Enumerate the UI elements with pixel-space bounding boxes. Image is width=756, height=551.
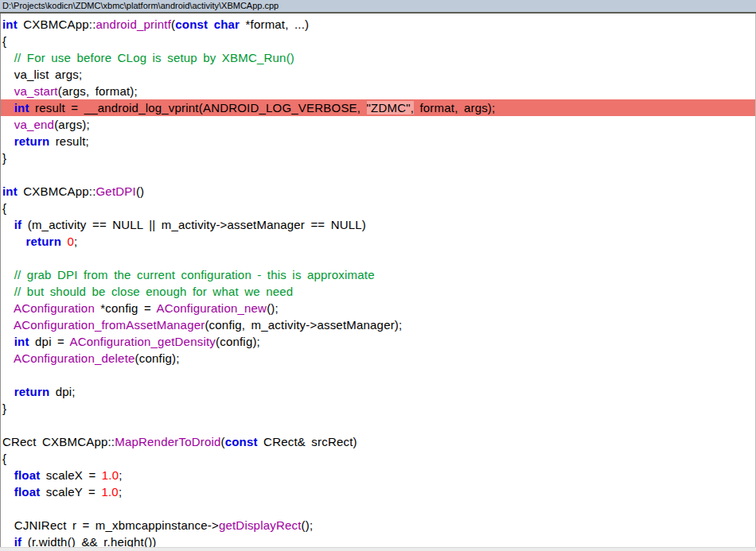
code-token: AConfiguration_new — [156, 301, 267, 315]
code-line[interactable]: // but should be close enough for what w… — [1, 283, 755, 300]
code-editor[interactable]: int CXBMCApp::android_printf(const char … — [0, 14, 756, 549]
horizontal-scrollbar-track[interactable] — [0, 547, 756, 551]
code-line[interactable]: CJNIRect r = m_xbmcappinstance->getDispl… — [1, 517, 755, 534]
code-line[interactable]: va_list args; — [1, 66, 755, 83]
code-line[interactable]: if (m_activity == NULL || m_activity->as… — [1, 216, 755, 233]
code-token: getDisplayRect — [219, 518, 302, 532]
code-token: int — [2, 184, 18, 198]
code-line[interactable] — [1, 367, 755, 383]
code-token: int — [14, 101, 29, 114]
code-token — [2, 385, 14, 398]
code-token: CXBMCApp:: — [18, 184, 96, 198]
code-token: CRect CXBMCApp:: — [2, 435, 115, 448]
code-token — [2, 318, 14, 332]
code-token: float — [14, 485, 41, 499]
code-token — [2, 235, 25, 248]
code-line[interactable]: } — [1, 149, 755, 166]
code-token: // but should be close enough for what w… — [2, 285, 293, 298]
code-line[interactable]: CRect CXBMCApp::MapRenderToDroid(const C… — [1, 433, 755, 450]
search-match-text: "ZDMC", — [367, 101, 415, 114]
code-line[interactable]: va_start(args, format); — [1, 83, 755, 99]
code-token — [2, 84, 14, 98]
code-line[interactable]: int CXBMCApp::android_printf(const char … — [1, 16, 755, 33]
code-token: *config = — [95, 301, 157, 315]
code-token: CXBMCApp:: — [18, 17, 96, 31]
code-line[interactable] — [1, 417, 755, 433]
code-line[interactable]: return 0; — [1, 233, 755, 250]
file-path: D:\Projects\kodicn\ZDMC\xbmc\platform\an… — [2, 1, 279, 10]
code-token — [2, 301, 14, 315]
code-token: { — [2, 201, 6, 215]
code-token: { — [2, 452, 6, 465]
code-line[interactable]: AConfiguration_delete(config); — [1, 350, 755, 367]
code-token: CRect& srcRect) — [258, 435, 357, 448]
code-line[interactable]: va_end(args); — [1, 116, 755, 133]
code-token — [2, 118, 14, 131]
code-token: (); — [302, 518, 314, 532]
code-token: result = __android_log_vprint(ANDROID_LO… — [29, 101, 367, 114]
code-token: GetDPI — [96, 184, 136, 198]
code-line[interactable]: { — [1, 200, 755, 216]
code-line[interactable]: { — [1, 33, 755, 49]
highlighted-code-line[interactable]: int result = __android_log_vprint(ANDROI… — [1, 99, 755, 116]
editor-window: D:\Projects\kodicn\ZDMC\xbmc\platform\an… — [0, 0, 756, 551]
code-token: (); — [267, 301, 279, 315]
code-token: va_start — [14, 84, 58, 98]
code-token: CJNIRect r = m_xbmcappinstance-> — [2, 518, 219, 532]
code-token: int — [2, 17, 18, 31]
code-token: scaleX = — [40, 468, 101, 482]
code-token: float — [14, 468, 41, 482]
code-line[interactable]: // grab DPI from the current configurati… — [1, 266, 755, 283]
code-token: const — [175, 17, 208, 31]
code-token: int — [14, 335, 29, 348]
code-token: (args); — [54, 118, 90, 131]
code-line[interactable]: } — [1, 400, 755, 417]
code-token: *format, ...) — [240, 17, 309, 31]
code-token: 0 — [67, 235, 74, 248]
code-line[interactable] — [1, 250, 755, 266]
code-line[interactable]: AConfiguration_fromAssetManager(config, … — [1, 316, 755, 333]
code-line[interactable]: return dpi; — [1, 383, 755, 400]
code-token — [2, 485, 14, 499]
code-token: char — [214, 17, 240, 31]
code-token: return — [25, 235, 61, 248]
code-line[interactable]: int CXBMCApp::GetDPI() — [1, 183, 755, 200]
code-token — [2, 468, 14, 482]
file-path-bar: D:\Projects\kodicn\ZDMC\xbmc\platform\an… — [0, 0, 756, 14]
code-token: ; — [119, 468, 122, 482]
code-token: scaleY = — [40, 485, 101, 499]
code-token: va_list args; — [2, 68, 82, 81]
code-line[interactable]: { — [1, 450, 755, 467]
code-line[interactable] — [1, 166, 755, 183]
code-token: MapRenderToDroid — [115, 435, 220, 448]
code-token: () — [136, 184, 144, 198]
code-line[interactable]: // For use before CLog is setup by XBMC_… — [1, 49, 755, 66]
code-token: result; — [49, 134, 89, 148]
code-token: (args, format); — [58, 84, 138, 98]
code-token — [2, 134, 14, 148]
code-token: android_printf — [96, 17, 172, 31]
code-token: AConfiguration — [14, 301, 95, 315]
code-token: dpi = — [29, 335, 70, 348]
code-token: format, args); — [414, 101, 495, 114]
code-token: return — [14, 134, 50, 148]
code-line[interactable]: float scaleY = 1.0; — [1, 483, 755, 500]
code-line[interactable] — [1, 500, 755, 517]
code-token: 1.0 — [102, 468, 119, 482]
code-token: return — [14, 385, 50, 398]
code-token: AConfiguration_getDensity — [70, 335, 216, 348]
code-token: dpi; — [49, 385, 75, 398]
code-token — [2, 101, 14, 114]
code-token: // grab DPI from the current configurati… — [2, 268, 375, 281]
code-token: (config); — [216, 335, 260, 348]
code-token — [2, 218, 14, 231]
code-token — [2, 335, 14, 348]
code-line[interactable]: int dpi = AConfiguration_getDensity(conf… — [1, 333, 755, 350]
code-line[interactable]: return result; — [1, 133, 755, 149]
code-token: AConfiguration_delete — [14, 351, 135, 365]
code-line[interactable]: float scaleX = 1.0; — [1, 467, 755, 483]
code-token: if — [14, 218, 22, 231]
code-line[interactable]: AConfiguration *config = AConfiguration_… — [1, 300, 755, 316]
code-token: 1.0 — [101, 485, 118, 499]
code-token: { — [2, 34, 6, 48]
